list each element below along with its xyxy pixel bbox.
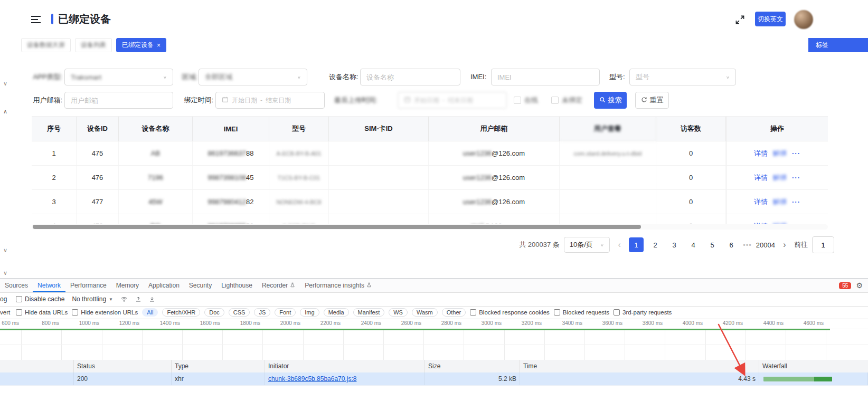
- filter-pill-manifest[interactable]: Manifest: [353, 308, 385, 317]
- tab-lighthouse[interactable]: Lighthouse: [216, 279, 257, 292]
- tab-performance[interactable]: Performance: [65, 279, 111, 292]
- third-party-requests-checkbox[interactable]: 3rd-party requests: [614, 309, 672, 316]
- bind-time-range-picker[interactable]: 开始日期 - 结束日期: [215, 92, 325, 109]
- blocked-requests-checkbox[interactable]: Blocked requests: [554, 309, 609, 316]
- reset-button[interactable]: 重置: [635, 92, 669, 109]
- network-overview[interactable]: [0, 329, 868, 360]
- hide-data-urls-checkbox[interactable]: Hide data URLs: [16, 309, 68, 316]
- col-name-cut[interactable]: [0, 360, 74, 372]
- filter-pill-js[interactable]: JS: [254, 308, 270, 317]
- network-conditions-icon[interactable]: [120, 296, 128, 302]
- table-row[interactable]: 4 478 BQ 861973665559 A-ECB-BY-B mail@12…: [32, 214, 828, 224]
- chevron-down-icon[interactable]: ∨: [3, 247, 7, 254]
- tab-item[interactable]: 设备列表: [75, 38, 112, 52]
- filter-pill-font[interactable]: Font: [275, 308, 296, 317]
- filter-checkbox-1[interactable]: 在线: [514, 92, 538, 109]
- preserve-log-label-cut[interactable]: og: [0, 295, 8, 303]
- chevron-up-icon[interactable]: ∧: [3, 108, 7, 115]
- blocked-cookies-checkbox[interactable]: Blocked response cookies: [470, 309, 550, 316]
- filter-pill-ws[interactable]: WS: [389, 308, 408, 317]
- tab-item-active[interactable]: 已绑定设备 ×: [116, 38, 166, 52]
- hide-extension-urls-checkbox[interactable]: Hide extension URLs: [72, 309, 138, 316]
- col-initiator[interactable]: Initiator: [265, 360, 425, 372]
- more-actions-link[interactable]: ···: [792, 174, 800, 181]
- pagination-ellipsis[interactable]: •••: [743, 241, 752, 249]
- more-actions-link[interactable]: ···: [792, 149, 800, 157]
- page-2[interactable]: 2: [648, 237, 663, 252]
- disable-cache-checkbox[interactable]: Disable cache: [16, 295, 64, 303]
- page-3[interactable]: 3: [667, 237, 682, 252]
- device-name-input[interactable]: [360, 69, 460, 85]
- throttling-select[interactable]: No throttling ▼: [72, 295, 113, 303]
- col-type[interactable]: Type: [172, 360, 265, 372]
- col-size[interactable]: Size: [425, 360, 520, 372]
- secondary-action-link[interactable]: 解绑: [773, 197, 787, 207]
- close-icon[interactable]: ×: [157, 42, 161, 49]
- next-page-button[interactable]: ›: [779, 240, 790, 250]
- filter-pill-all[interactable]: All: [142, 308, 158, 317]
- goto-page-input[interactable]: [812, 236, 834, 253]
- avatar[interactable]: [794, 10, 813, 29]
- tab-sources[interactable]: Sources: [0, 279, 33, 292]
- tab-performance-insights[interactable]: Performance insights: [300, 279, 376, 292]
- tab-security[interactable]: Security: [184, 279, 216, 292]
- import-har-icon[interactable]: [135, 296, 141, 302]
- model-select[interactable]: 型号 ∨: [629, 69, 736, 85]
- checkbox[interactable]: [554, 309, 560, 316]
- chevron-down-icon[interactable]: ∨: [3, 270, 7, 276]
- filter-pill-other[interactable]: Other: [442, 308, 466, 317]
- search-button[interactable]: 搜索: [594, 92, 627, 109]
- checkbox[interactable]: [72, 309, 78, 316]
- page-last[interactable]: 20004: [756, 237, 775, 252]
- gear-icon[interactable]: ⚙: [856, 281, 863, 290]
- more-actions-link[interactable]: ···: [792, 198, 800, 206]
- invert-label-cut[interactable]: vert: [0, 309, 12, 316]
- tab-recorder[interactable]: Recorder: [257, 279, 300, 292]
- checkbox[interactable]: [551, 97, 559, 104]
- filter-checkbox-2[interactable]: 未绑定: [551, 92, 582, 109]
- checkbox[interactable]: [614, 309, 620, 316]
- tab-item[interactable]: 设备数据大屏: [21, 38, 71, 52]
- tag-options-button[interactable]: 标签: [808, 38, 868, 52]
- scrollbar-thumb[interactable]: [33, 225, 641, 229]
- col-time[interactable]: Time: [520, 360, 759, 372]
- tab-application[interactable]: Application: [144, 279, 184, 292]
- filter-pill-fetch-xhr[interactable]: Fetch/XHR: [162, 308, 200, 317]
- checkbox[interactable]: [514, 97, 521, 104]
- app-type-select[interactable]: Traksmart ∨: [64, 69, 173, 85]
- tab-network[interactable]: Network: [33, 279, 65, 292]
- col-waterfall[interactable]: Waterfall: [759, 360, 868, 372]
- network-request-row[interactable]: 200 xhr chunk-3b689c5b.85ba6a70.js:8 5.2…: [0, 372, 868, 386]
- table-row[interactable]: 2 476 7196 998739810845 T1CS-BY-B-C01 us…: [32, 166, 828, 190]
- filter-pill-css[interactable]: CSS: [229, 308, 250, 317]
- page-5[interactable]: 5: [705, 237, 720, 252]
- page-4[interactable]: 4: [686, 237, 701, 252]
- filter-pill-img[interactable]: Img: [300, 308, 319, 317]
- detail-link[interactable]: 详情: [754, 197, 768, 207]
- filter-pill-media[interactable]: Media: [324, 308, 349, 317]
- chevron-down-icon[interactable]: ∨: [3, 80, 7, 87]
- switch-language-button[interactable]: 切换英文: [755, 12, 786, 26]
- initiator-link[interactable]: chunk-3b689c5b.85ba6a70.js:8: [268, 375, 356, 383]
- detail-link[interactable]: 详情: [754, 173, 768, 183]
- table-row[interactable]: 1 475 AB 861973663788 A-ECB-BY-B-A01 use…: [32, 141, 828, 166]
- detail-link[interactable]: 详情: [754, 149, 768, 158]
- prev-page-button[interactable]: ‹: [614, 240, 625, 250]
- checkbox[interactable]: [470, 309, 476, 316]
- secondary-action-link[interactable]: 解绑: [773, 149, 787, 158]
- last-upload-range-picker[interactable]: 开始日期 - 结束日期: [398, 92, 507, 109]
- imei-input[interactable]: [491, 69, 600, 85]
- export-har-icon[interactable]: [149, 296, 155, 302]
- filter-pill-doc[interactable]: Doc: [204, 308, 224, 317]
- col-status[interactable]: Status: [74, 360, 172, 372]
- page-6[interactable]: 6: [724, 237, 739, 252]
- table-row[interactable]: 3 477 45W 998798041282 NONEDW-4-BC8 user…: [32, 190, 828, 214]
- email-input[interactable]: [64, 92, 173, 109]
- fullscreen-icon[interactable]: [735, 15, 745, 27]
- filter-pill-wasm[interactable]: Wasm: [412, 308, 438, 317]
- checkbox[interactable]: [16, 309, 22, 316]
- secondary-action-link[interactable]: 解绑: [773, 173, 787, 183]
- menu-toggle-icon[interactable]: [31, 15, 41, 26]
- tab-memory[interactable]: Memory: [111, 279, 144, 292]
- page-1[interactable]: 1: [629, 237, 644, 252]
